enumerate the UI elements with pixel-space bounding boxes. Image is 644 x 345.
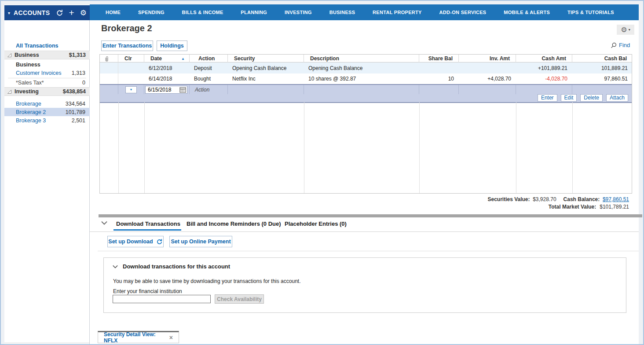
close-icon[interactable]: × xyxy=(169,334,173,341)
tab-download-transactions[interactable]: Download Transactions xyxy=(116,220,180,227)
attachment-column-header[interactable] xyxy=(100,55,118,62)
pane-splitter[interactable] xyxy=(99,214,642,217)
check-availability-button[interactable]: Check Availability xyxy=(215,294,264,304)
nav-addon-services[interactable]: ADD-ON SERVICES xyxy=(439,10,487,15)
column-gridline xyxy=(419,102,420,193)
sidebar-section-business[interactable]: Business $1,313 xyxy=(4,51,90,59)
clr-dropdown[interactable]: ▼ xyxy=(125,86,137,93)
accounts-header: ▾ ACCOUNTS + ⚙ xyxy=(4,5,90,20)
active-tab-underline xyxy=(113,229,181,231)
accounts-collapse-icon[interactable]: ▾ xyxy=(8,11,10,15)
sidebar-item-brokerage-3[interactable]: Brokerage 3 2,501 xyxy=(4,116,90,125)
refresh-icon xyxy=(156,239,163,245)
sort-ascending-icon: ▲ xyxy=(181,57,185,61)
dropdown-arrow-icon: ▼ xyxy=(130,88,133,91)
chevron-down-icon: ▾ xyxy=(629,28,630,32)
nav-mobile-alerts[interactable]: MOBILE & ALERTS xyxy=(504,10,550,15)
nav-home[interactable]: HOME xyxy=(106,10,121,15)
edit-row-actions: Enter Edit Delete Attach xyxy=(100,94,632,102)
negative-amount: -4,028.70 xyxy=(516,73,572,84)
transaction-row[interactable]: 6/12/2018 Deposit Opening Cash Balance O… xyxy=(100,62,632,73)
inv-amt-column-header[interactable]: Inv. Amt xyxy=(459,55,516,62)
holdings-button[interactable]: Holdings xyxy=(157,40,187,51)
section-total: $438,854 xyxy=(63,88,86,95)
nav-tips-tutorials[interactable]: TIPS & TUTORIALS xyxy=(567,10,614,15)
tab-bill-income-reminders[interactable]: Bill and Income Reminders (0 Due) xyxy=(187,220,281,227)
new-transaction-edit-row: ▼ Action Enter Edit Delete xyxy=(100,84,632,103)
register-settings-button[interactable]: ⚙ ▾ xyxy=(617,25,634,35)
security-tab-label: Security Detail View: NFLX xyxy=(104,331,169,344)
register-header: Clr Date ▲ Action Security Description S… xyxy=(100,55,632,62)
quicken-window: ▾ ACCOUNTS + ⚙ HOME SPENDING BILLS & INC… xyxy=(0,0,644,345)
column-gridline xyxy=(516,102,516,193)
security-column-header[interactable]: Security xyxy=(228,55,304,62)
clr-column-header[interactable]: Clr xyxy=(118,55,144,62)
sidebar-item-customer-invoices[interactable]: Customer Invoices 1,313 xyxy=(4,69,90,77)
date-input[interactable] xyxy=(146,87,175,93)
column-gridline xyxy=(144,102,145,193)
date-column-header[interactable]: Date ▲ xyxy=(144,55,190,62)
sidebar-all-transactions[interactable]: All Transactions xyxy=(4,41,90,51)
section-expand-icon xyxy=(7,53,12,58)
page-title: Brokerage 2 xyxy=(101,23,152,33)
accounts-title: ACCOUNTS xyxy=(14,9,50,16)
gear-icon: ⚙ xyxy=(621,26,627,33)
section-divider xyxy=(98,251,639,251)
description-column-header[interactable]: Description xyxy=(304,55,419,62)
register-summary: Securities Value: $3,928.70 Cash Balance… xyxy=(487,195,629,210)
nav-investing[interactable]: INVESTING xyxy=(285,10,312,15)
nav-spending[interactable]: SPENDING xyxy=(138,10,165,15)
bottom-tab-bar: Download Transactions Bill and Income Re… xyxy=(90,217,639,232)
cash-amt-column-header[interactable]: Cash Amt xyxy=(516,55,572,62)
add-account-icon[interactable]: + xyxy=(69,8,74,17)
action-field[interactable]: Action xyxy=(190,87,209,93)
download-panel-description: You may be able to save time by download… xyxy=(113,278,300,284)
refresh-icon[interactable] xyxy=(56,9,63,17)
search-icon xyxy=(611,42,617,48)
securities-value: $3,928.70 xyxy=(533,196,556,202)
sidebar-net-worth[interactable]: Net Worth $440,167 xyxy=(4,343,90,345)
section-expand-icon xyxy=(7,89,12,94)
find-button[interactable]: Find xyxy=(611,42,630,48)
financial-institution-input[interactable] xyxy=(113,295,211,303)
sidebar-item-brokerage[interactable]: Brokerage 334,564 xyxy=(4,99,90,108)
section-total: $1,313 xyxy=(69,52,86,58)
column-gridline xyxy=(304,102,304,193)
sidebar-item-brokerage-2[interactable]: Brokerage 2 101,789 xyxy=(4,108,90,116)
transaction-register: Clr Date ▲ Action Security Description S… xyxy=(99,54,632,194)
sidebar-section-investing[interactable]: Investing $438,854 xyxy=(4,87,90,96)
collapse-panel-chevron-icon[interactable] xyxy=(101,221,107,225)
nav-planning[interactable]: PLANNING xyxy=(241,10,267,15)
edit-button[interactable]: Edit xyxy=(561,94,577,102)
financial-institution-label: Enter your financial institution xyxy=(113,288,182,294)
accounts-sidebar: All Transactions Business $1,313 Busines… xyxy=(4,20,90,344)
tab-placeholder-entries[interactable]: Placeholder Entries (0) xyxy=(285,220,347,227)
enter-transactions-button[interactable]: Enter Transactions xyxy=(101,40,153,51)
cash-bal-column-header[interactable]: Cash Bal xyxy=(572,55,633,62)
setup-download-button[interactable]: Set up Download xyxy=(107,236,164,247)
nav-business[interactable]: BUSINESS xyxy=(329,10,355,15)
chevron-down-icon[interactable] xyxy=(113,265,118,268)
enter-button[interactable]: Enter xyxy=(538,94,557,102)
transaction-row[interactable]: 6/14/2018 Bought Netflix Inc 10 shares @… xyxy=(100,73,632,84)
column-gridline xyxy=(118,102,119,193)
sidebar-item-sales-tax[interactable]: *Sales Tax* 0 xyxy=(4,78,90,87)
top-navigation: HOME SPENDING BILLS & INCOME PLANNING IN… xyxy=(90,4,639,20)
attach-button[interactable]: Attach xyxy=(606,94,628,102)
delete-button[interactable]: Delete xyxy=(580,94,603,102)
accounts-gear-icon[interactable]: ⚙ xyxy=(80,9,87,17)
column-gridline xyxy=(572,102,573,193)
nav-bills-income[interactable]: BILLS & INCOME xyxy=(182,10,223,15)
paperclip-icon xyxy=(104,56,109,62)
sidebar-item-business[interactable]: Business xyxy=(4,60,90,69)
security-detail-view-tab[interactable]: Security Detail View: NFLX × xyxy=(98,331,179,343)
cash-balance-link[interactable]: $97,860.51 xyxy=(603,196,629,202)
calendar-icon[interactable] xyxy=(179,87,186,93)
share-bal-column-header[interactable]: Share Bal xyxy=(419,55,459,62)
action-column-header[interactable]: Action xyxy=(190,55,228,62)
section-label: Business xyxy=(15,52,39,58)
right-margin xyxy=(639,20,643,214)
nav-rental-property[interactable]: RENTAL PROPERTY xyxy=(373,10,422,15)
setup-online-payment-button[interactable]: Set up Online Payment xyxy=(169,236,232,247)
download-panel-title: Download transactions for this account xyxy=(123,263,230,270)
